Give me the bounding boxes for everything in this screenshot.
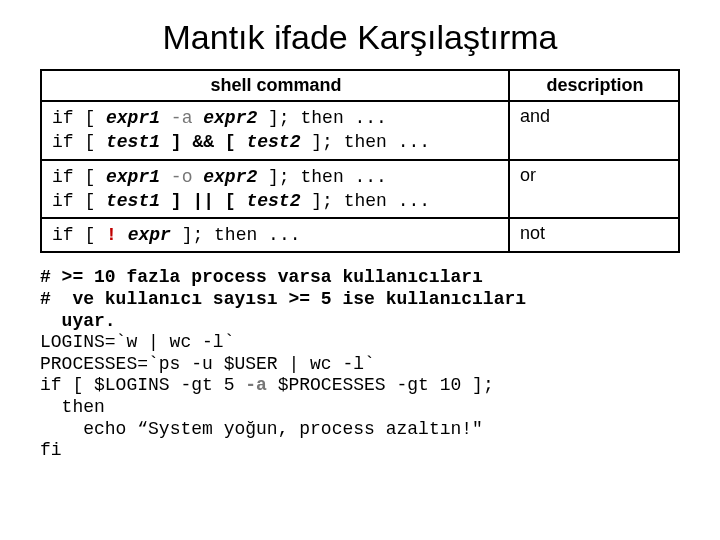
table-row: if [ expr1 -o expr2 ]; then ... if [ tes… <box>41 160 679 219</box>
cell-not-desc: not <box>509 218 679 252</box>
th-shell-command: shell command <box>41 70 509 101</box>
th-description: description <box>509 70 679 101</box>
code-block: # >= 10 fazla process varsa kullanıcılar… <box>40 267 680 461</box>
table-row: if [ ! expr ]; then ... not <box>41 218 679 252</box>
operators-table: shell command description if [ expr1 -a … <box>40 69 680 253</box>
cell-or-cmd: if [ expr1 -o expr2 ]; then ... if [ tes… <box>41 160 509 219</box>
cell-not-cmd: if [ ! expr ]; then ... <box>41 218 509 252</box>
table-row: if [ expr1 -a expr2 ]; then ... if [ tes… <box>41 101 679 160</box>
page-title: Mantık ifade Karşılaştırma <box>40 18 680 57</box>
cell-and-cmd: if [ expr1 -a expr2 ]; then ... if [ tes… <box>41 101 509 160</box>
cell-or-desc: or <box>509 160 679 219</box>
cell-and-desc: and <box>509 101 679 160</box>
